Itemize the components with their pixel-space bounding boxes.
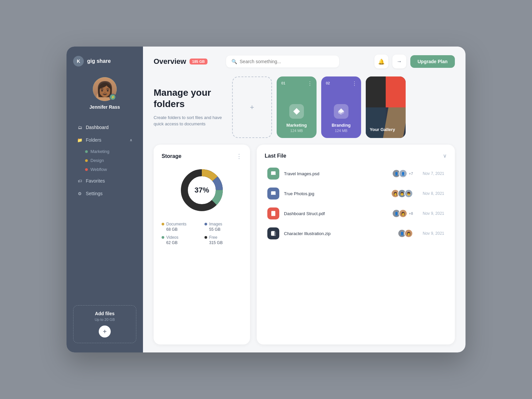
sidebar-item-favorites[interactable]: 🏷 Favorites bbox=[73, 175, 136, 187]
folders-list: + 01 ⋮ Marketing 124 MB bbox=[232, 76, 455, 138]
manage-text-area: Manage your folders Create folders to so… bbox=[154, 76, 227, 138]
file-row[interactable]: Character Illustration.zip 👤 👩 Nov 9, 20… bbox=[265, 224, 447, 243]
avatar-count-3: +8 bbox=[409, 211, 413, 215]
folder-gallery[interactable]: Your Gallery bbox=[366, 76, 406, 138]
page-title-area: Overview 185 GB bbox=[154, 57, 207, 66]
file-avatars-4: 👤 👩 bbox=[398, 229, 413, 238]
documents-label: Documents bbox=[166, 222, 187, 226]
storage-menu-icon[interactable]: ⋮ bbox=[236, 153, 242, 160]
file-date-1: Nov 7, 2021 bbox=[418, 171, 444, 176]
gallery-bg-1 bbox=[366, 76, 386, 107]
upgrade-plan-button[interactable]: Upgrade Plan bbox=[410, 55, 455, 68]
user-name: Jennifer Rass bbox=[89, 104, 120, 110]
branding-logo bbox=[334, 104, 348, 119]
avatar-4b: 👩 bbox=[404, 229, 413, 238]
logo-area: K gig share bbox=[73, 56, 136, 66]
search-input[interactable] bbox=[240, 59, 334, 64]
folders-submenu: Marketing Design Webflow bbox=[82, 147, 136, 174]
favorites-icon: 🏷 bbox=[77, 178, 82, 184]
marketing-label: Marketing bbox=[90, 149, 109, 154]
app-shell: K gig share ⚡ Jennifer Rass 🗂 Dashboard … bbox=[66, 47, 466, 352]
profile-section: ⚡ Jennifer Rass bbox=[73, 77, 136, 110]
dashboard-icon: 🗂 bbox=[77, 125, 82, 130]
file-name-3: Dashboard Struct.pdf bbox=[284, 211, 387, 216]
add-files-box[interactable]: Add files Up to 20 GB + bbox=[73, 305, 136, 343]
file-date-3: Nov 9, 2021 bbox=[418, 211, 444, 216]
login-button[interactable]: → bbox=[392, 55, 406, 68]
storage-card-header: Storage ⋮ bbox=[162, 153, 242, 160]
marketing-logo bbox=[289, 104, 304, 119]
avatar-wrapper: ⚡ bbox=[93, 77, 117, 101]
folder-branding-num: 02 bbox=[326, 81, 330, 85]
marketing-dot bbox=[85, 150, 88, 153]
folder-add-new[interactable]: + bbox=[232, 76, 272, 138]
file-avatars-1: 👤 👤 +7 bbox=[392, 169, 413, 178]
images-dot bbox=[204, 223, 207, 225]
page-title: Overview bbox=[154, 57, 186, 66]
avatar-badge: ⚡ bbox=[109, 94, 116, 100]
legend-videos: Videos 62 GB bbox=[162, 235, 199, 245]
file-row[interactable]: Dashboard Struct.pdf 👤 👩 +8 Nov 9, 2021 bbox=[265, 204, 447, 223]
folder-marketing-num: 01 bbox=[281, 81, 285, 85]
design-label: Design bbox=[90, 158, 104, 163]
sidebar-item-settings[interactable]: ⚙ Settings bbox=[73, 188, 136, 199]
svg-rect-14 bbox=[271, 231, 275, 236]
plus-icon: + bbox=[250, 103, 254, 112]
add-files-subtitle: Up to 20 GB bbox=[95, 318, 115, 322]
gallery-bg-2 bbox=[386, 76, 406, 107]
sidebar-item-label: Dashboard bbox=[86, 125, 132, 130]
chevron-down-icon[interactable]: ∨ bbox=[443, 153, 447, 159]
gallery-label: Your Gallery bbox=[370, 127, 395, 133]
last-file-title: Last File bbox=[265, 153, 286, 159]
search-icon: 🔍 bbox=[231, 59, 237, 64]
sub-item-webflow[interactable]: Webflow bbox=[82, 165, 136, 174]
videos-value: 62 GB bbox=[166, 240, 199, 245]
logo-icon: K bbox=[73, 56, 84, 66]
avatar-count-1: +7 bbox=[409, 172, 413, 176]
file-icon-travel bbox=[267, 168, 279, 180]
notification-button[interactable]: 🔔 bbox=[374, 55, 388, 68]
favorites-label: Favorites bbox=[86, 178, 132, 184]
folders-row: Manage your folders Create folders to so… bbox=[154, 76, 455, 138]
folder-marketing[interactable]: 01 ⋮ Marketing 124 MB bbox=[277, 76, 317, 138]
manage-title: Manage your folders bbox=[154, 87, 227, 109]
videos-label: Videos bbox=[166, 235, 178, 240]
storage-badge: 185 GB bbox=[190, 59, 207, 65]
file-icon-dashboard bbox=[267, 207, 279, 219]
webflow-label: Webflow bbox=[90, 167, 107, 172]
search-bar[interactable]: 🔍 bbox=[226, 56, 339, 67]
folder-marketing-menu[interactable]: ⋮ bbox=[307, 80, 313, 87]
storage-card: Storage ⋮ bbox=[154, 145, 250, 344]
file-name-2: True Photos.jpg bbox=[284, 191, 386, 196]
documents-value: 68 GB bbox=[166, 227, 199, 232]
folder-marketing-size: 124 MB bbox=[290, 129, 303, 133]
free-value: 315 GB bbox=[209, 240, 242, 245]
main-content: Overview 185 GB 🔍 🔔 → Upgrade Plan Manag… bbox=[143, 47, 466, 352]
webflow-dot bbox=[85, 168, 88, 171]
sidebar-folders-label: Folders bbox=[86, 137, 126, 143]
documents-dot bbox=[162, 223, 164, 225]
manage-desc: Create folders to sort files and have qu… bbox=[154, 114, 227, 127]
file-date-2: Nov 8, 2021 bbox=[418, 191, 444, 196]
free-label: Free bbox=[209, 235, 217, 240]
file-avatars-2: 👩 👨 👦 bbox=[391, 189, 413, 198]
folder-branding[interactable]: 02 ⋮ Branding 124 MB bbox=[321, 76, 361, 138]
file-row[interactable]: Travel Images.psd 👤 👤 +7 Nov 7, 2021 bbox=[265, 164, 447, 183]
chevron-up-icon: ∧ bbox=[130, 138, 132, 142]
sidebar-item-folders[interactable]: 📁 Folders ∧ bbox=[73, 134, 136, 146]
file-row[interactable]: True Photos.jpg 👩 👨 👦 Nov 8, 2021 bbox=[265, 184, 447, 203]
sidebar: K gig share ⚡ Jennifer Rass 🗂 Dashboard … bbox=[66, 47, 143, 352]
legend-free: Free 315 GB bbox=[204, 235, 242, 245]
sub-item-design[interactable]: Design bbox=[82, 156, 136, 165]
app-name: gig share bbox=[87, 58, 111, 64]
settings-label: Settings bbox=[86, 191, 132, 196]
file-date-4: Nov 9, 2021 bbox=[418, 231, 444, 236]
add-files-button[interactable]: + bbox=[99, 326, 111, 337]
storage-title: Storage bbox=[162, 153, 182, 159]
videos-dot bbox=[162, 236, 164, 239]
sidebar-item-dashboard[interactable]: 🗂 Dashboard bbox=[73, 122, 136, 133]
sub-item-marketing[interactable]: Marketing bbox=[82, 147, 136, 156]
bottom-row: Storage ⋮ bbox=[154, 145, 455, 344]
file-list: Travel Images.psd 👤 👤 +7 Nov 7, 2021 bbox=[265, 164, 447, 243]
folder-branding-menu[interactable]: ⋮ bbox=[352, 80, 357, 87]
